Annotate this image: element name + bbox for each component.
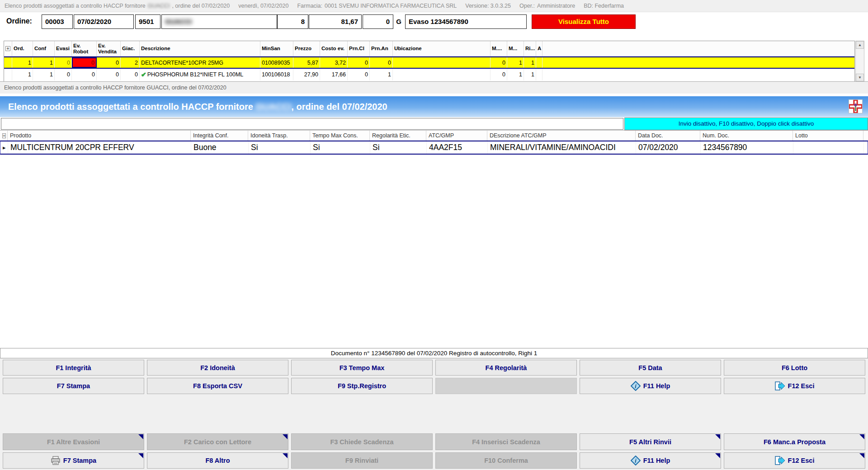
f6-lotto-button[interactable]: F6 Lotto [724,360,865,376]
orders-scrollbar[interactable]: ▲ ▼ [855,41,864,82]
f7-stampa-button[interactable]: F7 Stampa [3,452,144,469]
version-text: Versione: 3.0.3.25 [465,3,511,9]
f10-conferma-button: F10 Conferma [435,452,577,469]
col-a[interactable]: A [536,41,542,56]
cell-a [536,69,542,80]
banner-text-prefix: Elenco prodotti assoggettati a controllo… [8,102,253,112]
f6-manca-proposta-button[interactable]: F6 Manc.a Proposta [724,433,865,450]
f5-data-button[interactable]: F5 Data [580,360,721,376]
order-number-field[interactable]: 00003 [42,14,73,29]
cell-idoneita: Si [249,141,311,154]
order-row-selected[interactable]: 1 1 0 0 0 2 DELTACORTENE*10CPR 25MG 0100… [4,56,854,69]
col-integrita[interactable]: Integrità Conf. [191,131,248,141]
haccp-hint-badge: Invio disattivo, F10 disattivo, Doppio c… [624,118,868,130]
col-ri[interactable]: Ri... [524,41,536,56]
col-m1[interactable]: M.... [491,41,507,56]
col-idoneita[interactable]: Idoneità Trasp. [248,131,310,141]
haccp-row-selected[interactable]: ▸ MULTICENTRUM 20CPR EFFERV Buone Si Si … [0,141,868,155]
supplier-name-field[interactable]: GUACCI [165,18,192,25]
cell-ubicazione [393,57,491,68]
col-atc-gmp[interactable]: ATC/GMP [426,131,487,141]
scroll-down-icon[interactable]: ▼ [856,74,864,81]
order-date-field[interactable]: 07/02/2020 [74,14,134,29]
col-ord[interactable]: Ord. [12,41,33,56]
order-zero-field[interactable]: 0 [363,14,393,29]
cell-descrizione: ✔PHOSPHORUM B12*INIET FL 100ML [140,69,260,80]
col-descrizione-atc[interactable]: DEscrizione ATC/GMP [487,131,636,141]
col-lotto[interactable]: Lotto [793,131,863,141]
col-evasi[interactable]: Evasi [55,41,72,56]
expand-all-icon[interactable]: + [0,131,8,141]
order-row[interactable]: 1 1 0 0 0 0 ✔PHOSPHORUM B12*INIET FL 100… [4,69,854,80]
view-all-button[interactable]: Visualizza Tutto [532,14,636,29]
pharmacy-cross-icon [849,99,863,113]
order-fkeys-row1: F1 Altre Evasioni F2 Carico con Lettore … [0,433,868,451]
cell-minsan: 100106018 [260,69,293,80]
col-prezzo[interactable]: Prezzo [293,41,320,56]
supplier-code-field[interactable]: 9501 [135,14,160,29]
col-ubicazione[interactable]: Ubicazione [393,41,491,56]
pharmacy-name: 0001 SVEMU INFORMATICA FARMACEUTICA SRL [325,3,457,9]
col-costo-ev[interactable]: Costo ev. [320,41,348,56]
col-descrizione[interactable]: Descrizione [140,41,260,56]
f5-altri-rinvii-button[interactable]: F5 Altri Rinvii [580,433,721,450]
col-prncl[interactable]: Prn.Cl [348,41,370,56]
pharmacy-label: Farmacia: [297,3,322,9]
f9-rinviati-button: F9 Rinviati [291,452,433,469]
help-diamond-icon: i [631,456,641,465]
row-marker-icon: ▸ [0,141,8,154]
cell-m2: 1 [507,69,524,80]
banner-text-suffix: , ordine del 07/02/2020 [291,102,387,112]
cell-prnan: 1 [370,69,393,80]
col-m2[interactable]: M... [507,41,524,56]
order-evaso-field[interactable]: Evaso 1234567890 [405,14,527,29]
cell-ri: 1 [524,69,536,80]
f11-help-button[interactable]: i F11 Help [580,378,721,394]
f12-esci-button[interactable]: F12 Esci [724,378,865,394]
col-prnan[interactable]: Prn.An [370,41,393,56]
f1-integrita-button[interactable]: F1 Integrità [3,360,144,376]
cell-prncl: 0 [348,69,370,80]
order-qty-field[interactable]: 8 [277,14,308,29]
order-amount-field[interactable]: 81,67 [309,14,362,29]
cell-prezzo: 27,90 [293,69,320,80]
col-num-doc[interactable]: Num. Doc. [700,131,793,141]
f9-stp-registro-button[interactable]: F9 Stp.Registro [291,378,433,394]
f4-inserisci-scadenza-button: F4 Inserisci Scadenza [435,433,577,450]
cell-ev-vendita: 0 [97,69,121,80]
f4-regolarita-button[interactable]: F4 Regolarità [435,360,577,376]
f8-esporta-csv-button[interactable]: F8 Esporta CSV [147,378,288,394]
haccp-search-input[interactable] [1,118,623,130]
f7-stampa-button[interactable]: F7 Stampa [3,378,144,394]
col-regolarita[interactable]: Regolarità Etic. [370,131,426,141]
f12-esci-button[interactable]: F12 Esci [724,452,865,469]
row-expand-icon[interactable] [4,69,12,80]
row-expand-icon[interactable] [4,57,12,68]
help-diamond-icon: i [631,381,641,391]
title-text-prefix: Elenco prodotti assoggettati a controllo… [5,3,146,9]
col-data-doc[interactable]: Data Doc. [636,131,700,141]
cell-m1: 0 [491,69,507,80]
col-giac[interactable]: Giac. [121,41,140,56]
f3-tempo-max-button[interactable]: F3 Tempo Max [291,360,433,376]
col-tempo-max[interactable]: Tempo Max Cons. [310,131,370,141]
haccp-input-row: Invio disattivo, F10 disattivo, Doppio c… [0,118,868,130]
col-conf[interactable]: Conf [33,41,55,56]
expand-all-icon[interactable]: + [4,41,12,56]
col-ev-vendita[interactable]: Ev. Vendita [97,41,121,56]
cell-data-doc: 07/02/2020 [636,141,701,154]
f8-altro-button[interactable]: F8 Altro [147,452,288,469]
cell-regolarita: Si [370,141,427,154]
cell-ri: 1 [524,57,536,68]
orders-table-header: + Ord. Conf Evasi Ev. Robot Ev. Vendita … [4,41,854,56]
f11-help-button[interactable]: i F11 Help [580,452,721,469]
cell-minsan: 010089035 [260,57,293,68]
scroll-up-icon[interactable]: ▲ [856,41,864,49]
f1-altre-evasioni-button: F1 Altre Evasioni [3,433,144,450]
col-prodotto[interactable]: Prodotto [8,131,191,141]
col-ev-robot[interactable]: Ev. Robot [72,41,97,56]
order-fkeys-row2: F7 Stampa F8 Altro F9 Rinviati F10 Confe… [0,452,868,469]
orders-table: + Ord. Conf Evasi Ev. Robot Ev. Vendita … [4,41,855,81]
col-minsan[interactable]: MinSan [260,41,293,56]
f2-idoneita-button[interactable]: F2 Idoneità [147,360,288,376]
